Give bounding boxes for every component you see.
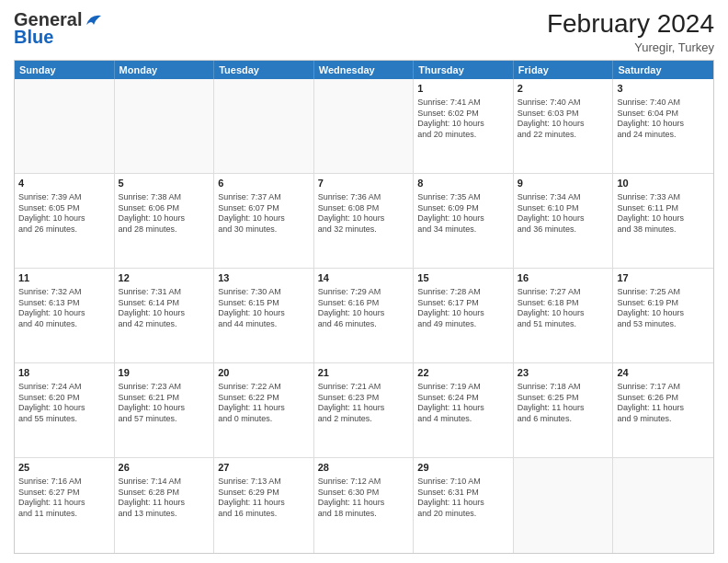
- calendar-cell: 2Sunrise: 7:40 AM Sunset: 6:03 PM Daylig…: [514, 79, 614, 173]
- calendar-cell: 5Sunrise: 7:38 AM Sunset: 6:06 PM Daylig…: [115, 174, 215, 268]
- day-number: 1: [417, 82, 509, 96]
- day-header-tuesday: Tuesday: [214, 61, 314, 79]
- calendar-cell: 3Sunrise: 7:40 AM Sunset: 6:04 PM Daylig…: [613, 79, 713, 173]
- day-info: Sunrise: 7:19 AM Sunset: 6:24 PM Dayligh…: [417, 382, 509, 425]
- calendar-cell: [613, 458, 713, 553]
- calendar-cell: 19Sunrise: 7:23 AM Sunset: 6:21 PM Dayli…: [115, 363, 215, 457]
- calendar-cell: 11Sunrise: 7:32 AM Sunset: 6:13 PM Dayli…: [15, 269, 115, 362]
- calendar-cell: 4Sunrise: 7:39 AM Sunset: 6:05 PM Daylig…: [15, 174, 115, 268]
- calendar-cell: [115, 79, 215, 173]
- calendar-row-0: 1Sunrise: 7:41 AM Sunset: 6:02 PM Daylig…: [15, 79, 713, 174]
- day-number: 10: [617, 177, 710, 190]
- day-header-sunday: Sunday: [15, 61, 115, 79]
- day-header-saturday: Saturday: [613, 61, 713, 79]
- calendar-cell: 10Sunrise: 7:33 AM Sunset: 6:11 PM Dayli…: [613, 174, 713, 268]
- title-block: February 2024 Yuregir, Turkey: [547, 9, 714, 54]
- calendar-cell: 29Sunrise: 7:10 AM Sunset: 6:31 PM Dayli…: [414, 458, 514, 553]
- day-info: Sunrise: 7:31 AM Sunset: 6:14 PM Dayligh…: [119, 287, 210, 330]
- calendar-cell: 6Sunrise: 7:37 AM Sunset: 6:07 PM Daylig…: [214, 174, 314, 268]
- calendar-cell: 18Sunrise: 7:24 AM Sunset: 6:20 PM Dayli…: [15, 363, 115, 457]
- calendar-cell: 1Sunrise: 7:41 AM Sunset: 6:02 PM Daylig…: [414, 79, 514, 173]
- calendar-cell: 23Sunrise: 7:18 AM Sunset: 6:25 PM Dayli…: [514, 363, 614, 457]
- day-info: Sunrise: 7:14 AM Sunset: 6:28 PM Dayligh…: [119, 477, 210, 520]
- calendar: SundayMondayTuesdayWednesdayThursdayFrid…: [14, 60, 714, 554]
- day-info: Sunrise: 7:25 AM Sunset: 6:19 PM Dayligh…: [617, 287, 710, 330]
- day-info: Sunrise: 7:39 AM Sunset: 6:05 PM Dayligh…: [18, 192, 110, 236]
- calendar-cell: 9Sunrise: 7:34 AM Sunset: 6:10 PM Daylig…: [514, 174, 614, 268]
- calendar-cell: [514, 458, 614, 553]
- day-number: 16: [518, 271, 609, 285]
- day-number: 8: [417, 177, 509, 190]
- calendar-cell: 25Sunrise: 7:16 AM Sunset: 6:27 PM Dayli…: [15, 458, 115, 553]
- day-info: Sunrise: 7:21 AM Sunset: 6:23 PM Dayligh…: [318, 382, 410, 425]
- calendar-cell: 26Sunrise: 7:14 AM Sunset: 6:28 PM Dayli…: [115, 458, 215, 553]
- location-subtitle: Yuregir, Turkey: [547, 40, 714, 54]
- logo-blue: Blue: [14, 27, 53, 48]
- day-number: 19: [119, 366, 210, 380]
- page: General Blue February 2024 Yuregir, Turk…: [0, 0, 728, 563]
- calendar-cell: 12Sunrise: 7:31 AM Sunset: 6:14 PM Dayli…: [115, 269, 215, 362]
- day-number: 2: [518, 82, 609, 96]
- day-number: 11: [18, 271, 110, 285]
- day-number: 23: [518, 366, 609, 380]
- calendar-cell: [15, 79, 115, 173]
- calendar-cell: 16Sunrise: 7:27 AM Sunset: 6:18 PM Dayli…: [514, 269, 614, 362]
- month-title: February 2024: [547, 9, 714, 39]
- day-number: 27: [218, 461, 310, 475]
- calendar-cell: 27Sunrise: 7:13 AM Sunset: 6:29 PM Dayli…: [214, 458, 314, 553]
- day-info: Sunrise: 7:13 AM Sunset: 6:29 PM Dayligh…: [218, 477, 310, 520]
- day-number: 21: [318, 366, 410, 380]
- calendar-cell: 20Sunrise: 7:22 AM Sunset: 6:22 PM Dayli…: [214, 363, 314, 457]
- day-header-friday: Friday: [514, 61, 614, 79]
- day-number: 7: [318, 177, 410, 190]
- day-header-thursday: Thursday: [414, 61, 514, 79]
- header: General Blue February 2024 Yuregir, Turk…: [14, 9, 714, 54]
- day-info: Sunrise: 7:38 AM Sunset: 6:06 PM Dayligh…: [119, 192, 210, 236]
- day-info: Sunrise: 7:28 AM Sunset: 6:17 PM Dayligh…: [417, 287, 509, 330]
- day-number: 4: [18, 177, 110, 190]
- day-number: 26: [119, 461, 210, 475]
- day-info: Sunrise: 7:33 AM Sunset: 6:11 PM Dayligh…: [617, 192, 710, 236]
- calendar-body: 1Sunrise: 7:41 AM Sunset: 6:02 PM Daylig…: [15, 79, 713, 553]
- calendar-cell: [214, 79, 314, 173]
- calendar-cell: 24Sunrise: 7:17 AM Sunset: 6:26 PM Dayli…: [613, 363, 713, 457]
- day-header-wednesday: Wednesday: [314, 61, 415, 79]
- calendar-cell: 28Sunrise: 7:12 AM Sunset: 6:30 PM Dayli…: [314, 458, 415, 553]
- calendar-row-4: 25Sunrise: 7:16 AM Sunset: 6:27 PM Dayli…: [15, 458, 713, 553]
- calendar-cell: 15Sunrise: 7:28 AM Sunset: 6:17 PM Dayli…: [414, 269, 514, 362]
- calendar-cell: 7Sunrise: 7:36 AM Sunset: 6:08 PM Daylig…: [314, 174, 415, 268]
- calendar-cell: 14Sunrise: 7:29 AM Sunset: 6:16 PM Dayli…: [314, 269, 415, 362]
- day-info: Sunrise: 7:22 AM Sunset: 6:22 PM Dayligh…: [218, 382, 310, 425]
- day-info: Sunrise: 7:35 AM Sunset: 6:09 PM Dayligh…: [417, 192, 509, 236]
- day-number: 22: [417, 366, 509, 380]
- calendar-cell: [314, 79, 415, 173]
- day-info: Sunrise: 7:23 AM Sunset: 6:21 PM Dayligh…: [119, 382, 210, 425]
- day-info: Sunrise: 7:16 AM Sunset: 6:27 PM Dayligh…: [18, 477, 110, 520]
- day-info: Sunrise: 7:34 AM Sunset: 6:10 PM Dayligh…: [518, 192, 609, 236]
- day-header-monday: Monday: [115, 61, 215, 79]
- day-number: 14: [318, 271, 410, 285]
- day-info: Sunrise: 7:24 AM Sunset: 6:20 PM Dayligh…: [18, 382, 110, 425]
- day-info: Sunrise: 7:40 AM Sunset: 6:03 PM Dayligh…: [518, 98, 609, 141]
- day-number: 17: [617, 271, 710, 285]
- day-number: 25: [18, 461, 110, 475]
- calendar-row-1: 4Sunrise: 7:39 AM Sunset: 6:05 PM Daylig…: [15, 174, 713, 269]
- day-info: Sunrise: 7:29 AM Sunset: 6:16 PM Dayligh…: [318, 287, 410, 330]
- calendar-cell: 13Sunrise: 7:30 AM Sunset: 6:15 PM Dayli…: [214, 269, 314, 362]
- day-info: Sunrise: 7:41 AM Sunset: 6:02 PM Dayligh…: [417, 98, 509, 141]
- day-number: 5: [119, 177, 210, 190]
- day-number: 20: [218, 366, 310, 380]
- day-number: 3: [617, 82, 710, 96]
- day-info: Sunrise: 7:37 AM Sunset: 6:07 PM Dayligh…: [218, 192, 310, 236]
- day-number: 15: [417, 271, 509, 285]
- calendar-cell: 22Sunrise: 7:19 AM Sunset: 6:24 PM Dayli…: [414, 363, 514, 457]
- day-number: 6: [218, 177, 310, 190]
- day-info: Sunrise: 7:32 AM Sunset: 6:13 PM Dayligh…: [18, 287, 110, 330]
- logo-bird-icon: [83, 12, 103, 29]
- day-info: Sunrise: 7:17 AM Sunset: 6:26 PM Dayligh…: [617, 382, 710, 425]
- day-number: 12: [119, 271, 210, 285]
- day-info: Sunrise: 7:18 AM Sunset: 6:25 PM Dayligh…: [518, 382, 609, 425]
- day-number: 28: [318, 461, 410, 475]
- calendar-header: SundayMondayTuesdayWednesdayThursdayFrid…: [15, 61, 713, 79]
- day-info: Sunrise: 7:30 AM Sunset: 6:15 PM Dayligh…: [218, 287, 310, 330]
